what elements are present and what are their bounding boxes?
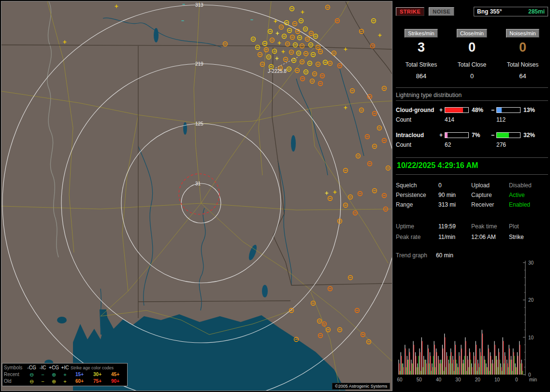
plot-label: Plot <box>509 221 544 232</box>
cg-positive-bar <box>445 107 469 113</box>
total-strikes-label: Total Strikes <box>396 61 447 68</box>
legend-col-neg-cg: -CG <box>26 364 37 371</box>
cg-negative-bar <box>496 107 521 113</box>
persistence-label: Persistence <box>396 190 438 200</box>
panel-topbar: STRIKE NOISE Bng 355° 285mi <box>396 7 548 16</box>
peak-rate-value: 11/min <box>438 232 471 242</box>
old-pos-ic-icon: + <box>59 378 71 385</box>
trend-x-tick-label: 60 <box>397 377 403 382</box>
ic-positive-count: 62 <box>445 141 472 148</box>
recent-neg-ic-icon: − <box>37 371 48 378</box>
range-value: 313 mi <box>438 200 471 210</box>
peak-time-value: 12:06 AM <box>471 232 509 242</box>
old-pos-cg-icon: ⊕ <box>48 378 59 385</box>
bearing-distance: 285mi <box>528 8 545 15</box>
upload-status: Disabled <box>509 181 544 190</box>
receiver-label: Receiver <box>471 200 509 210</box>
range-ring-label: 31 <box>195 181 201 186</box>
cg-negative-pct: 13% <box>523 107 542 113</box>
peak-time-label: Peak time <box>471 221 509 232</box>
legend-row-recent-label: Recent <box>4 371 26 378</box>
noises-per-min-value: 0 <box>497 40 548 55</box>
noise-button[interactable]: NOISE <box>429 7 454 16</box>
cg-positive-pct: 48% <box>472 107 491 113</box>
uptime-label: Uptime <box>396 221 438 232</box>
minus-sign: − <box>491 132 496 139</box>
trend-x-tick-label: 10 <box>494 377 500 382</box>
plus-sign: + <box>439 107 445 113</box>
symbol-legend: Symbols -CG -IC +CG +IC Strike age color… <box>2 363 128 386</box>
recent-pos-cg-icon: ⊕ <box>48 371 59 378</box>
range-label: Range <box>396 200 438 210</box>
persistence-value: 90 min <box>438 190 471 200</box>
total-noises-label: Total Noises <box>497 61 548 68</box>
ic-positive-pct: 7% <box>472 132 491 139</box>
capture-status: Active <box>509 190 544 200</box>
range-ring-label: 125 <box>195 121 203 126</box>
ic-negative-pct: 32% <box>523 132 542 139</box>
runtime-grid: Uptime 119:59 Peak time Plot Peak rate 1… <box>396 221 548 242</box>
trend-x-tick-label: 50 <box>417 377 422 382</box>
plot-mode-value: Strike <box>509 232 544 242</box>
cloud-ground-row: Cloud-ground + 48% − 13% <box>396 105 548 115</box>
divider <box>396 174 548 175</box>
close-per-min-button[interactable]: Close/min <box>457 29 487 38</box>
trend-graph-label: Trend graph <box>396 252 427 259</box>
cg-positive-count: 414 <box>445 116 472 123</box>
age-75: 75+ <box>88 378 106 385</box>
legend-symbols-title: Symbols <box>4 364 26 371</box>
strikes-per-min-value: 3 <box>396 40 447 55</box>
trend-y-tick-label: 20 <box>528 297 534 303</box>
legend-row-old-label: Old <box>4 378 26 385</box>
trend-x-tick-label: 20 <box>475 377 481 382</box>
old-neg-ic-icon: − <box>37 378 48 385</box>
age-45: 45+ <box>106 371 124 378</box>
datetime-display: 10/22/2025 4:29:16 AM <box>396 158 548 173</box>
old-neg-cg-icon: ⊖ <box>26 378 37 385</box>
range-ring-label: 219 <box>195 61 203 67</box>
capture-label: Capture <box>471 190 509 200</box>
peak-rate-label: Peak rate <box>396 232 438 242</box>
age-90: 90+ <box>106 378 124 385</box>
trend-graph: 30201006050403020100min <box>396 261 547 384</box>
noises-per-min-button[interactable]: Noises/min <box>506 29 539 38</box>
count-label: Count <box>396 116 439 123</box>
map-canvas: 31125219313 J-2225.8 <box>1 1 392 391</box>
trend-y-tick-label: 30 <box>528 261 534 266</box>
lightning-map[interactable]: 31125219313 J-2225.8 Symbols -CG -IC +CG… <box>1 1 392 391</box>
intracloud-label: Intracloud <box>396 132 439 139</box>
cg-negative-count: 112 <box>496 116 523 123</box>
intracloud-row: Intracloud + 7% − 32% <box>396 130 548 140</box>
receiver-status: Enabled <box>509 200 544 210</box>
recent-neg-cg-icon: ⊖ <box>26 371 37 378</box>
total-strikes-value: 864 <box>396 72 447 80</box>
trend-x-tick-label: 40 <box>436 377 442 382</box>
uptime-value: 119:59 <box>438 221 471 232</box>
divider <box>396 87 548 88</box>
count-label: Count <box>396 141 439 148</box>
close-per-min-value: 0 <box>447 40 497 55</box>
strikes-per-min-button[interactable]: Strikes/min <box>405 29 437 38</box>
upload-label: Upload <box>471 181 509 190</box>
storm-cell-label: J-2225.8 <box>268 69 287 74</box>
trend-x-tick-label: 0 <box>515 377 518 382</box>
settings-grid: Squelch 0 Upload Disabled Persistence 90… <box>396 181 548 210</box>
trend-window-value: 60 min <box>436 252 453 259</box>
intracloud-count-row: Count 62 276 <box>396 140 548 150</box>
ic-negative-bar <box>496 132 521 138</box>
age-15: 15+ <box>71 371 88 378</box>
total-noises-value: 64 <box>497 72 548 80</box>
trend-y-tick-label: 10 <box>528 335 534 340</box>
ic-positive-bar <box>445 132 469 138</box>
strike-button[interactable]: STRIKE <box>396 7 424 16</box>
age-30: 30+ <box>88 371 106 378</box>
nexstorm-app: { "panel": { "strike_btn": "STRIKE", "no… <box>0 0 550 392</box>
legend-age-title: Strike age color codes <box>71 364 124 371</box>
minus-sign: − <box>491 107 496 113</box>
squelch-label: Squelch <box>396 181 438 190</box>
cloud-ground-label: Cloud-ground <box>396 107 439 113</box>
trend-x-tick-label: 30 <box>455 377 461 382</box>
trend-x-axis-unit: min <box>529 377 537 382</box>
distribution-title: Lightning type distribution <box>396 92 548 101</box>
total-close-value: 0 <box>447 72 497 80</box>
